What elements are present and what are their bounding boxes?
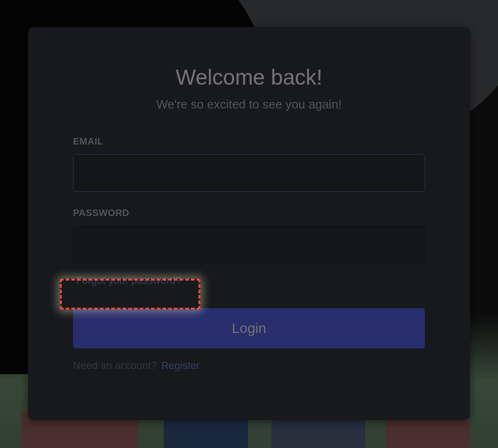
email-input[interactable] <box>73 154 425 192</box>
background-ground-shape <box>386 420 470 448</box>
password-field-group: PASSWORD <box>73 208 425 263</box>
background-ground-shape <box>271 420 365 448</box>
login-card: Welcome back! We're so excited to see yo… <box>28 27 470 420</box>
login-title: Welcome back! <box>73 65 425 90</box>
need-account-text: Need an account? <box>73 360 157 371</box>
password-label: PASSWORD <box>73 208 425 218</box>
login-header: Welcome back! We're so excited to see yo… <box>73 65 425 112</box>
login-subtitle: We're so excited to see you again! <box>73 97 425 112</box>
forgot-password-link[interactable]: Forgot your password? <box>73 270 184 291</box>
email-field-group: EMAIL <box>73 136 425 192</box>
register-row: Need an account? Register <box>73 360 425 372</box>
register-link[interactable]: Register <box>161 360 200 371</box>
login-button[interactable]: Login <box>73 308 425 348</box>
email-label: EMAIL <box>73 136 425 147</box>
password-input[interactable] <box>73 226 425 263</box>
background-ground-shape <box>164 415 248 448</box>
